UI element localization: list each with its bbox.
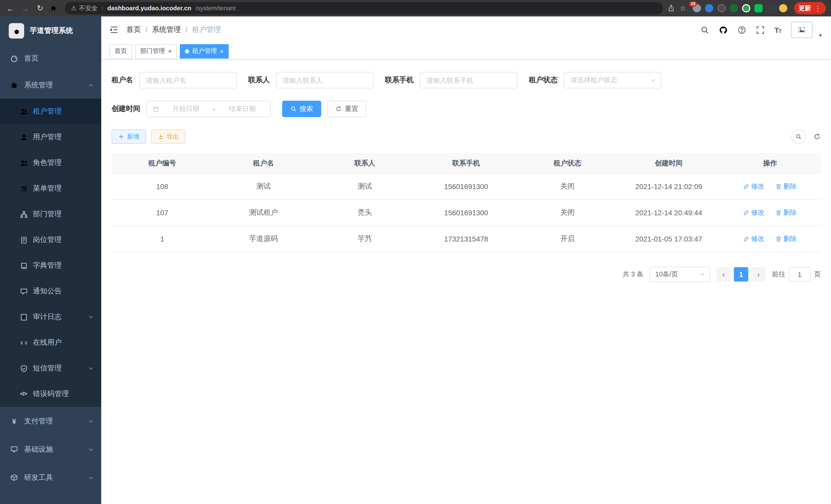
start-date-placeholder: 开始日期	[164, 104, 208, 114]
sidebar-item-payment[interactable]: ¥ 支付管理	[0, 407, 101, 435]
yen-icon: ¥	[10, 417, 18, 425]
sidebar-item-menu[interactable]: 菜单管理	[0, 176, 101, 201]
sidebar-item-audit-log[interactable]: 审计日志	[0, 304, 101, 330]
delete-label: 删除	[783, 234, 797, 243]
tenant-name-input[interactable]	[139, 72, 237, 88]
sidebar-collapse-icon[interactable]	[110, 25, 119, 34]
search-button[interactable]: 搜索	[282, 101, 321, 117]
sidebar-item-tenant[interactable]: 租户管理	[0, 99, 101, 124]
breadcrumb: 首页 / 系统管理 / 租户管理	[126, 25, 221, 34]
add-button-label: 新增	[127, 132, 139, 141]
fullscreen-icon[interactable]	[756, 25, 765, 34]
cell-contact: 芋艿	[314, 226, 416, 252]
sidebar-item-home[interactable]: 首页	[0, 45, 101, 72]
prev-page-button[interactable]: ‹	[716, 267, 731, 281]
tab-tenant[interactable]: 租户管理 ×	[180, 44, 229, 58]
breadcrumb-home[interactable]: 首页	[126, 25, 141, 34]
edit-link[interactable]: 修改	[743, 182, 765, 191]
phone-input[interactable]	[420, 72, 517, 88]
page-unit-label: 页	[814, 270, 821, 279]
extension-icon-1[interactable]: 10	[693, 4, 701, 12]
reset-button[interactable]: 重置	[327, 101, 366, 117]
delete-link[interactable]: 删除	[776, 182, 797, 191]
extension-icon-3[interactable]	[717, 4, 726, 12]
post-icon	[20, 236, 28, 244]
close-icon[interactable]: ×	[168, 48, 172, 54]
delete-link[interactable]: 删除	[776, 208, 797, 217]
toggle-search-button[interactable]	[792, 129, 806, 144]
breadcrumb-system[interactable]: 系统管理	[152, 25, 181, 34]
sidebar-item-label: 支付管理	[24, 416, 53, 426]
search-icon[interactable]	[700, 25, 709, 34]
font-size-icon[interactable]: TT	[774, 25, 781, 34]
tab-dept[interactable]: 部门管理 ×	[135, 44, 177, 58]
navbar-actions: TT ▼	[700, 22, 823, 38]
warning-icon: ⚠	[71, 5, 77, 12]
tab-home[interactable]: 首页	[110, 44, 132, 58]
help-icon[interactable]	[738, 25, 746, 34]
dashboard-icon	[10, 55, 18, 62]
sidebar-item-sms[interactable]: 短信管理	[0, 356, 101, 381]
tenant-status-select[interactable]: 请选择租户状态	[564, 72, 661, 88]
add-button[interactable]: 新增	[112, 129, 146, 144]
browser-menu-icon[interactable]: ⋮	[814, 4, 821, 12]
github-icon[interactable]	[719, 25, 728, 34]
browser-update-button[interactable]: 更新 ⋮	[794, 2, 826, 14]
delete-link[interactable]: 删除	[776, 234, 797, 243]
date-range-picker[interactable]: 开始日期 - 结束日期	[146, 101, 271, 117]
sidebar-item-dept[interactable]: 部门管理	[0, 201, 101, 227]
user-icon	[20, 133, 28, 141]
edit-link[interactable]: 修改	[743, 208, 765, 217]
browser-reload-icon[interactable]: ↻	[35, 4, 45, 13]
download-icon	[158, 134, 164, 140]
app-logo[interactable]: 芋道管理系统	[0, 17, 101, 45]
sidebar-item-devtools[interactable]: 研发工具	[0, 464, 101, 492]
browser-back-icon[interactable]: ←	[5, 4, 16, 12]
sidebar-item-role[interactable]: 角色管理	[0, 150, 101, 176]
extension-icon-5[interactable]	[742, 4, 750, 12]
browser-home-icon[interactable]	[50, 5, 60, 12]
current-page-button[interactable]: 1	[734, 267, 748, 281]
extension-icon-2[interactable]	[705, 4, 713, 12]
reset-button-label: 重置	[345, 104, 358, 114]
cell-phone: 17321315478	[416, 226, 517, 252]
sidebar-item-notice[interactable]: 通知公告	[0, 278, 101, 304]
share-icon[interactable]	[668, 5, 675, 12]
browser-forward-icon[interactable]: →	[20, 4, 30, 12]
security-warning[interactable]: ⚠ 不安全	[71, 4, 98, 12]
sidebar-item-post[interactable]: 岗位管理	[0, 227, 101, 253]
contact-input[interactable]	[276, 72, 374, 88]
online-signal-icon	[20, 339, 28, 347]
address-bar[interactable]: ⚠ 不安全 | dashboard.yudao.iocoder.cn/syste…	[65, 2, 663, 14]
table-row: 1 芋道源码 芋艿 17321315478 开启 2021-01-05 17:0…	[112, 226, 821, 252]
extension-icon-8[interactable]	[779, 4, 787, 12]
sidebar-item-dict[interactable]: 字典管理	[0, 253, 101, 278]
trash-icon	[776, 236, 782, 242]
extension-icon-6[interactable]	[754, 4, 763, 12]
bookmark-star-icon[interactable]: ☆	[680, 4, 686, 12]
sidebar-item-errcode[interactable]: </> 错误码管理	[0, 381, 101, 407]
toolbox-icon	[10, 474, 18, 481]
active-dot-icon	[185, 49, 189, 53]
export-button[interactable]: 导出	[151, 129, 185, 144]
col-phone: 联系手机	[416, 153, 517, 173]
avatar-caret-icon[interactable]: ▼	[818, 33, 823, 38]
sidebar-item-system[interactable]: 系统管理	[0, 72, 101, 99]
sidebar-item-user[interactable]: 用户管理	[0, 124, 101, 150]
edit-link[interactable]: 修改	[743, 234, 765, 243]
page-size-select[interactable]: 10条/页	[650, 267, 710, 282]
sidebar-item-infra[interactable]: 基础设施	[0, 435, 101, 464]
refresh-table-button[interactable]	[813, 133, 821, 140]
extension-icon-7[interactable]	[767, 4, 775, 12]
extension-badge: 10	[689, 2, 697, 7]
close-icon[interactable]: ×	[220, 48, 224, 54]
goto-page-input[interactable]	[789, 267, 810, 281]
delete-label: 删除	[783, 182, 797, 191]
chevron-up-icon	[88, 82, 94, 88]
phone-label: 联系手机	[385, 76, 414, 85]
next-page-button[interactable]: ›	[751, 267, 766, 281]
avatar[interactable]	[791, 22, 812, 38]
sidebar-item-online-user[interactable]: 在线用户	[0, 330, 101, 356]
page-content: 租户名 联系人 联系手机 租户状态 请选择租户状态	[101, 60, 831, 504]
extension-icon-4[interactable]	[730, 4, 738, 12]
